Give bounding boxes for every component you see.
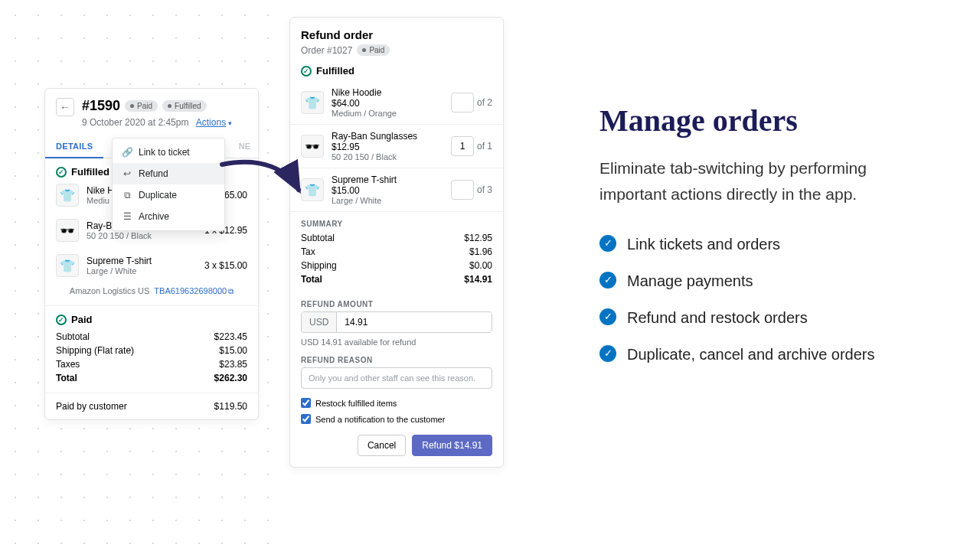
menu-item-archive[interactable]: ☰ Archive [113,206,224,227]
marketing-heading: Manage orders [599,103,906,139]
total-value: $14.91 [464,274,492,285]
refund-qty-input[interactable] [451,136,474,156]
subtotal-value: $223.45 [214,331,247,342]
product-variant: Large / White [87,266,197,276]
line-item: 👕 Supreme T-shirt Large / White 3 x $15.… [56,248,247,283]
restock-label: Restock fulfilled items [315,399,397,408]
product-thumbnail: 👕 [56,184,79,207]
product-name: Supreme T-shirt [332,174,443,185]
feature-row: ✓ Refund and restock orders [599,306,906,329]
refund-order-label: Order #1027 [301,45,352,56]
refund-qty-input[interactable] [451,93,474,112]
refund-reason-label: REFUND REASON [290,348,503,367]
actions-menu: 🔗 Link to ticket ↩ Refund ⧉ Duplicate ☰ … [112,138,225,231]
check-circle-icon: ✓ [56,167,67,178]
shipping-value: $0.00 [469,260,492,271]
archive-icon: ☰ [122,211,132,222]
menu-item-label: Duplicate [139,190,177,201]
tax-label: Tax [301,246,315,257]
notify-checkbox-row[interactable]: Send a notification to the customer [290,411,503,427]
total-label: Total [56,373,77,383]
feature-text: Link tickets and orders [627,233,780,256]
feature-text: Refund and restock orders [627,306,808,329]
menu-item-label: Link to ticket [139,147,190,158]
carrier-label: Amazon Logistics US [70,286,150,295]
paid-by-label: Paid by customer [56,401,127,412]
tab-details[interactable]: DETAILS [45,135,103,158]
arrow-left-icon: ← [60,101,70,113]
of-label: of 3 [477,184,492,195]
check-icon: ✓ [599,235,616,252]
status-badge-fulfilled: Fulfilled [162,100,206,112]
product-thumbnail: 🕶️ [56,219,79,242]
feature-text: Manage payments [627,269,753,292]
arrow-illustration [214,153,322,207]
of-label: of 2 [477,97,492,108]
duplicate-icon: ⧉ [122,190,132,201]
subtotal-value: $12.95 [464,233,492,243]
actions-dropdown[interactable]: Actions [196,117,232,128]
menu-item-label: Refund [139,168,168,179]
refund-amount-hint: USD 14.91 available for refund [290,333,503,348]
external-link-icon: ⧉ [228,287,234,295]
order-date: 9 October 2020 at 2:45pm [82,117,188,128]
refund-icon: ↩ [122,168,132,179]
subtotal-label: Subtotal [301,233,335,243]
notify-checkbox[interactable] [301,414,311,424]
paid-heading: Paid [71,314,92,325]
refund-card: Refund order Order #1027 Paid ✓ Fulfille… [289,17,504,468]
product-variant: 50 20 150 / Black [87,231,197,240]
of-label: of 1 [477,141,492,152]
check-circle-icon: ✓ [301,66,312,77]
feature-row: ✓ Duplicate, cancel and archive orders [599,343,906,366]
currency-prefix: USD [302,312,337,332]
product-name: Supreme T-shirt [87,256,197,266]
menu-item-refund[interactable]: ↩ Refund [113,163,224,184]
line-price: 3 x $15.00 [204,260,247,271]
shipping-value: $15.00 [219,345,247,356]
refund-button[interactable]: Refund $14.91 [412,435,492,456]
fulfilled-heading: Fulfilled [316,65,354,77]
tracking-link[interactable]: TBA619632698000⧉ [154,286,234,295]
product-price: $15.00 [332,185,443,196]
refund-amount-field: USD [301,311,492,333]
refund-amount-input[interactable] [337,312,492,332]
total-label: Total [301,274,322,285]
restock-checkbox[interactable] [301,398,311,408]
subtotal-label: Subtotal [56,331,90,342]
taxes-value: $23.85 [219,359,247,370]
marketing-paragraph: Eliminate tab-switching by performing im… [599,155,906,207]
refund-title: Refund order [301,28,492,41]
product-price: $12.95 [332,142,443,152]
refund-amount-label: REFUND AMOUNT [290,292,503,311]
product-thumbnail: 👕 [301,91,324,114]
refund-line-item: 👕 Nike Hoodie $64.00 Medium / Orange of … [290,81,503,125]
summary-label: SUMMARY [290,212,503,231]
status-badge-paid: Paid [357,44,390,56]
product-name: Ray-Ban Sunglasses [332,131,443,142]
link-icon: 🔗 [122,147,132,158]
product-thumbnail: 👕 [56,254,79,277]
check-icon: ✓ [599,308,616,325]
restock-checkbox-row[interactable]: Restock fulfilled items [290,395,503,411]
total-value: $262.30 [214,373,247,383]
shipping-label: Shipping (Flat rate) [56,345,134,356]
status-badge-paid: Paid [125,100,158,112]
tab-truncated: NE [239,142,250,151]
tax-value: $1.96 [469,246,492,257]
marketing-copy: Manage orders Eliminate tab-switching by… [599,103,906,380]
feature-text: Duplicate, cancel and archive orders [627,343,875,366]
refund-line-item: 👕 Supreme T-shirt $15.00 Large / White o… [290,168,503,212]
back-button[interactable]: ← [56,98,74,116]
product-variant: Medium / Orange [332,109,443,118]
product-price: $64.00 [332,98,443,109]
order-title: #1590 [82,98,120,114]
menu-item-duplicate[interactable]: ⧉ Duplicate [113,184,224,206]
menu-item-label: Archive [139,211,169,222]
product-variant: Large / White [332,196,443,205]
refund-qty-input[interactable] [451,180,474,200]
refund-reason-input[interactable] [301,367,492,389]
shipping-label: Shipping [301,260,337,271]
menu-item-link-ticket[interactable]: 🔗 Link to ticket [113,142,224,163]
cancel-button[interactable]: Cancel [358,435,406,456]
